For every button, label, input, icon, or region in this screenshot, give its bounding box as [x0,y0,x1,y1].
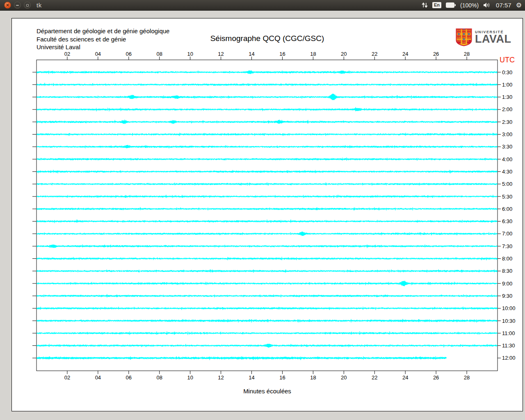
seismogram-trace-0:30 [37,71,497,74]
x-tick-label-top: 22 [372,51,377,57]
seismogram-trace-11:30 [37,344,497,347]
x-tick-label-bottom: 02 [64,374,70,381]
x-tick-label-top: 02 [64,51,70,57]
gear-icon[interactable]: ⚙ [516,2,522,9]
desktop-screen: { "taskbar": { "window_title": "tk", "cl… [0,0,525,420]
seismogram-trace-11:00 [37,331,497,335]
clock[interactable]: 07:57 [496,2,511,9]
seismogram-trace-6:30 [37,219,497,223]
utc-time-label: 2:00 [502,106,512,112]
utc-time-label: 9:30 [502,293,512,299]
seismogram-trace-10:00 [37,306,497,310]
x-tick-label-bottom: 18 [310,374,316,381]
x-tick-label-bottom: 06 [126,374,132,381]
utc-time-label: 5:00 [502,181,512,187]
battery-percentage[interactable]: (100%) [460,2,479,9]
utc-axis-label: UTC [500,56,515,64]
utc-time-label: 4:00 [502,156,512,162]
utc-time-label: 1:00 [502,82,512,88]
utc-time-label: 5:30 [502,194,512,200]
close-button[interactable]: ✕ [4,2,11,9]
x-tick-label-top: 20 [341,51,347,57]
window-controls: ✕ [4,2,31,9]
utc-time-label: 11:30 [502,342,515,349]
x-tick-label-bottom: 22 [372,374,377,381]
x-tick-label-top: 06 [126,51,132,57]
seismogram-trace-8:30 [37,269,497,273]
x-tick-label-top: 10 [187,51,193,57]
keyboard-layout-indicator[interactable]: En [432,2,441,8]
x-tick-label-bottom: 08 [156,374,162,381]
seismogram-trace-9:00 [37,281,497,286]
seismogram-trace-12:00 [37,356,446,360]
utc-time-label: 12:00 [502,355,516,361]
x-tick-label-top: 12 [218,51,224,57]
seismogram-trace-8:00 [37,257,497,260]
utc-time-label: 3:00 [502,131,512,137]
seismogram-trace-10:30 [37,319,497,323]
seismogram-trace-1:00 [37,83,497,86]
seismogram-trace-7:00 [37,232,497,236]
seismogram-trace-1:30 [37,94,497,100]
minimize-button[interactable] [14,2,21,9]
network-arrows-icon[interactable] [422,2,428,8]
utc-time-label: 9:00 [502,281,512,287]
utc-time-label: 6:30 [502,218,512,224]
utc-time-label: 8:30 [502,268,512,274]
seismogram-trace-9:30 [37,294,497,298]
seismogram-trace-6:00 [37,207,497,211]
battery-icon[interactable] [446,2,456,8]
x-tick-label-top: 28 [464,51,470,57]
seismogram-trace-5:30 [37,195,497,199]
utc-time-label: 1:30 [502,94,512,100]
seismogram-trace-2:00 [37,107,497,112]
utc-time-label: 7:00 [502,231,512,237]
x-tick-label-bottom: 28 [464,374,470,381]
maximize-button[interactable] [24,2,31,9]
utc-time-label: 10:00 [502,305,516,311]
seismogram-chart: 0202040406060808101012121414161618182020… [12,18,523,411]
seismogram-trace-7:30 [37,244,497,248]
window-title: tk [37,2,42,9]
x-tick-label-bottom: 20 [341,374,347,381]
utc-time-label: 11:00 [502,330,515,336]
x-axis-title: Minutes écoulées [12,388,523,395]
utc-time-label: 8:00 [502,256,512,262]
x-tick-label-bottom: 04 [95,374,101,381]
x-tick-label-bottom: 10 [187,374,193,381]
x-tick-label-top: 14 [249,51,254,57]
volume-icon[interactable] [483,2,491,8]
x-tick-label-top: 08 [156,51,162,57]
seismogram-trace-4:00 [37,158,497,161]
minimize-icon [16,5,19,6]
utc-time-label: 6:00 [502,206,512,212]
utc-time-label: 7:30 [502,243,512,249]
x-tick-label-top: 18 [310,51,316,57]
x-tick-label-bottom: 24 [402,374,408,381]
x-tick-label-bottom: 14 [249,374,254,381]
x-tick-label-bottom: 26 [433,374,439,381]
seismogram-trace-4:30 [37,170,497,173]
tk-canvas: Département de géologie et de génie géol… [11,18,523,411]
x-tick-label-bottom: 16 [279,374,285,381]
maximize-icon [26,4,29,7]
x-tick-label-bottom: 12 [218,374,224,381]
top-panel: ✕ tk En (100%) 07:57 ⚙ [0,0,525,11]
plot-frame [37,60,498,371]
x-tick-label-top: 26 [433,51,439,57]
seismogram-trace-3:00 [37,132,497,136]
x-tick-label-top: 24 [402,51,408,57]
seismogram-trace-2:30 [37,120,497,124]
seismogram-trace-3:30 [37,145,497,148]
utc-time-label: 0:30 [502,69,512,75]
utc-time-label: 4:30 [502,169,512,175]
utc-time-label: 10:30 [502,318,516,324]
x-tick-label-top: 04 [95,51,101,57]
seismogram-trace-5:00 [37,183,497,186]
system-tray: En (100%) 07:57 ⚙ [422,2,522,9]
utc-time-label: 3:30 [502,144,512,150]
x-tick-label-top: 16 [279,51,285,57]
utc-time-label: 2:30 [502,119,512,125]
